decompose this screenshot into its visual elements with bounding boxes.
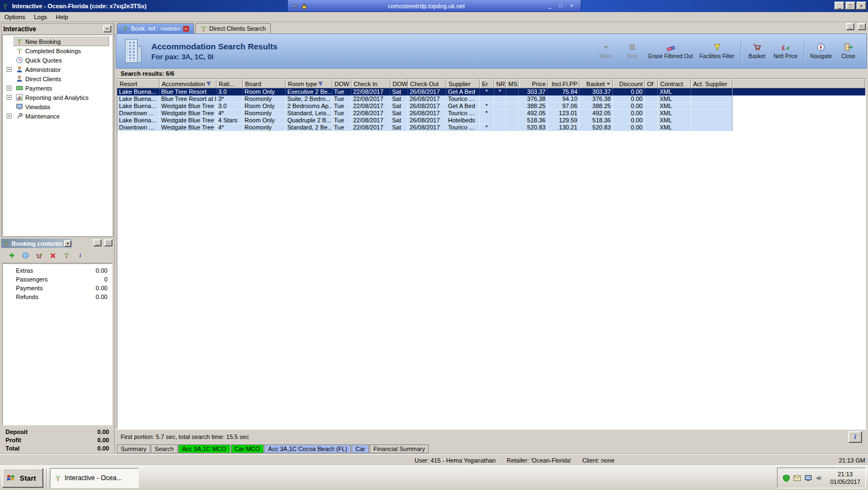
bottom-tab-car[interactable]: Car: [351, 444, 369, 453]
column-header-contract[interactable]: Contract: [658, 79, 691, 88]
column-header-nr[interactable]: NR: [494, 79, 506, 88]
result-row[interactable]: Downtown ...Westgate Blue Tree ...4*Room…: [117, 124, 865, 131]
add-button[interactable]: [7, 251, 16, 261]
expand-icon[interactable]: +: [7, 86, 12, 91]
column-header-dow[interactable]: DOW: [332, 79, 351, 88]
facilities-filter-button[interactable]: Facilities Filter: [697, 38, 737, 64]
display-tray-icon[interactable]: [804, 475, 812, 482]
result-row[interactable]: Downtown ...Westgate Blue Tree ...4*Room…: [117, 110, 865, 117]
column-header-supplier[interactable]: Supplier: [446, 79, 480, 88]
column-header-label: MS: [508, 81, 518, 87]
menu-help[interactable]: Help: [52, 13, 73, 21]
column-header-basket[interactable]: Basket: [580, 79, 613, 88]
column-header-label: Supplier: [449, 81, 470, 87]
filter-icon[interactable]: [206, 81, 211, 87]
cell-price: 376.38: [519, 95, 548, 103]
window-title: Interactive - Ocean-Florida (code: x7xq2…: [12, 3, 146, 9]
column-header-ms[interactable]: MS: [506, 79, 519, 88]
start-button[interactable]: Start: [2, 468, 43, 488]
expand-icon[interactable]: +: [7, 67, 12, 72]
sidebar-item-completed-bookings[interactable]: +Completed Bookings: [3, 46, 112, 55]
column-header-discount[interactable]: Discount: [613, 79, 645, 88]
navigate-button[interactable]: Navigate: [808, 38, 835, 64]
erase-filtered-out-button[interactable]: Erase Filtered Out: [646, 38, 696, 64]
sidebar-item-new-booking[interactable]: +New Booking: [3, 37, 112, 46]
cell-check-in: 22/08/2017: [351, 88, 390, 95]
sidebar-item-payments[interactable]: +Payments: [3, 83, 112, 93]
sidebar-item-direct-clients[interactable]: +Direct Clients: [3, 74, 112, 83]
column-header-resort[interactable]: Resort: [117, 79, 160, 88]
bottom-tab-summary[interactable]: Summary: [117, 444, 150, 453]
globe-button[interactable]: [20, 251, 30, 261]
filter-icon[interactable]: [318, 81, 323, 87]
booking-contents-close-button[interactable]: ×: [64, 240, 71, 247]
sidebar-item-reporting-and-analytics[interactable]: +Reporting and Analytics: [3, 93, 112, 102]
result-row[interactable]: Lake Buena...Blue Tree Resort3.0Room Onl…: [117, 88, 865, 95]
column-header-act-supplier[interactable]: Act. Supplier: [691, 79, 733, 88]
mdi-restore-button[interactable]: □: [858, 23, 866, 30]
cell-discount: 0.00: [613, 117, 645, 124]
rdp-minimize-button[interactable]: _: [546, 2, 554, 10]
result-row[interactable]: Lake Buena...Westgate Blue Tree ...4 Sta…: [117, 117, 865, 124]
column-header-room-type[interactable]: Room type: [286, 79, 332, 88]
panel-restore-button[interactable]: □: [104, 239, 112, 246]
collapse-panel-button[interactable]: −: [103, 25, 111, 32]
cell-board: Roomonly: [243, 110, 286, 117]
tab-close-icon[interactable]: ×: [183, 26, 189, 32]
column-header-incl-fl-pp[interactable]: Incl.Fl.PP: [548, 79, 580, 88]
tab-direct-clients-search[interactable]: Direct Clients Search: [195, 23, 271, 33]
toolbar-button-label: Navigate: [810, 53, 832, 59]
pin-icon[interactable]: [292, 3, 299, 9]
close-button[interactable]: Close: [836, 38, 861, 64]
antivirus-tray-icon[interactable]: [782, 474, 790, 482]
column-header-rati[interactable]: Rati...: [217, 79, 243, 88]
column-header-dow[interactable]: DOW: [390, 79, 408, 88]
info-button[interactable]: i: [848, 431, 862, 443]
window-close-button[interactable]: ×: [856, 2, 866, 10]
column-header-check-out[interactable]: Check Out: [408, 79, 446, 88]
nett-price-button[interactable]: £Nett Price: [771, 38, 801, 64]
tab-book-ref-none[interactable]: Book. ref.: <none>×: [117, 23, 194, 33]
sidebar-item-maintenance[interactable]: +Maintenance: [3, 111, 112, 121]
cell-incl-fl-pp: 130.21: [548, 124, 580, 131]
palm-button[interactable]: [61, 251, 71, 261]
mail-tray-icon[interactable]: [793, 475, 801, 481]
window-restore-button[interactable]: □: [846, 2, 855, 10]
volume-tray-icon[interactable]: [815, 475, 822, 482]
bottom-tab-acc-3a-1c-cocoa-beach-fl[interactable]: Acc 3A,1C Cocoa Beach (FL): [264, 444, 351, 453]
booking-contents-titlebar[interactable]: Booking contents ×: [1, 239, 72, 248]
column-header-of[interactable]: Of: [645, 79, 658, 88]
cell-check-out: 26/08/2017: [408, 117, 446, 124]
column-header-board[interactable]: Board: [243, 79, 286, 88]
cell-contract: XML: [658, 88, 691, 95]
menu-options[interactable]: Options: [0, 13, 30, 21]
column-header-check-in[interactable]: Check In: [351, 79, 390, 88]
mdi-minimize-button[interactable]: _: [846, 23, 854, 30]
taskbar-app-button[interactable]: Interactive - Ocea...: [50, 468, 139, 488]
column-header-accommodation[interactable]: Accommodation: [160, 79, 217, 88]
menu-logs[interactable]: Logs: [30, 13, 52, 21]
result-row[interactable]: Lake Buena...Blue Tree Resort at L...3*R…: [117, 95, 865, 103]
sidebar-item-quick-quotes[interactable]: +Quick Quotes: [3, 55, 112, 65]
sidebar-item-viewdata[interactable]: +Viewdata: [3, 102, 112, 111]
basket-button[interactable]: Basket: [745, 38, 770, 64]
expand-icon[interactable]: +: [7, 95, 12, 100]
bottom-tab-financial-summary[interactable]: Financial Summary: [370, 444, 429, 453]
basket-add-button[interactable]: [34, 251, 44, 261]
column-header-price[interactable]: Price: [519, 79, 548, 88]
bottom-tab-acc-3a-1c-mco[interactable]: Acc 3A,1C MCO: [178, 444, 230, 453]
cell-act-supplier: [691, 95, 733, 103]
bottom-tab-search[interactable]: Search: [151, 444, 178, 453]
rdp-close-button[interactable]: ×: [568, 2, 576, 10]
info-button[interactable]: i: [75, 251, 85, 261]
result-row[interactable]: Lake Buena...Westgate Blue Tree ...3.0Ro…: [117, 103, 865, 110]
delete-button[interactable]: [48, 251, 58, 261]
column-header-label: Incl.Fl.PP: [552, 81, 577, 87]
panel-minimize-button[interactable]: _: [93, 239, 101, 246]
sidebar-item-administrator[interactable]: +Administrator: [3, 65, 112, 74]
bottom-tab-car-mco[interactable]: Car MCO: [231, 444, 264, 453]
expand-icon[interactable]: +: [7, 114, 12, 119]
window-minimize-button[interactable]: _: [835, 2, 844, 10]
rdp-restore-button[interactable]: □: [557, 2, 565, 10]
column-header-er[interactable]: Er: [480, 79, 494, 88]
